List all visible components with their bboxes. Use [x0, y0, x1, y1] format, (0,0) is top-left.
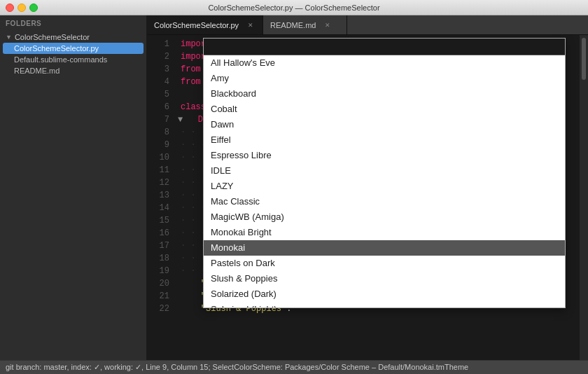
- ln-20: 20: [147, 277, 169, 290]
- tab-readme[interactable]: README.md ✕: [263, 15, 347, 34]
- dropdown-item-12[interactable]: Monokai: [204, 240, 565, 256]
- minimize-button[interactable]: [18, 4, 26, 12]
- folder-arrow-icon: ▼: [6, 34, 12, 41]
- dropdown-search-input[interactable]: [208, 41, 561, 51]
- tab-label-1: README.md: [270, 21, 316, 29]
- tab-bar: ColorSchemeSelector.py ✕ README.md ✕: [147, 15, 588, 35]
- dropdown-item-2[interactable]: Blackboard: [204, 86, 565, 102]
- ln-13: 13: [147, 189, 169, 202]
- dropdown-search-bar[interactable]: [204, 39, 565, 55]
- ln-21: 21: [147, 290, 169, 303]
- window-title: ColorSchemeSelector.py — ColorSchemeSele…: [208, 4, 379, 12]
- tab-colorscheme-py[interactable]: ColorSchemeSelector.py ✕: [147, 15, 263, 34]
- ln-2: 2: [147, 50, 169, 63]
- dropdown-item-14[interactable]: Slush & Poppies: [204, 271, 565, 286]
- tab-close-0[interactable]: ✕: [246, 20, 255, 30]
- status-text: git branch: master, index: ✓, working: ✓…: [6, 363, 468, 372]
- ln-9: 9: [147, 139, 169, 151]
- dropdown-item-4[interactable]: Dawn: [204, 117, 565, 132]
- dropdown-item-6[interactable]: Espresso Libre: [204, 148, 565, 163]
- dropdown-item-5[interactable]: Eiffel: [204, 132, 565, 148]
- line-numbers: 1 2 3 4 5 6 7 8 9 10 11 12 13 14 15 16 1…: [147, 35, 175, 360]
- ln-5: 5: [147, 88, 169, 101]
- title-bar: ColorSchemeSelector.py — ColorSchemeSele…: [0, 0, 588, 15]
- sidebar-folders-header: FOLDERS: [0, 15, 146, 32]
- ln-8: 8: [147, 126, 169, 139]
- dropdown-item-9[interactable]: Mac Classic: [204, 194, 565, 209]
- ln-12: 12: [147, 176, 169, 189]
- ln-14: 14: [147, 202, 169, 214]
- dropdown-item-3[interactable]: Cobalt: [204, 102, 565, 117]
- dropdown-item-10[interactable]: MagicWB (Amiga): [204, 209, 565, 225]
- ln-11: 11: [147, 164, 169, 176]
- main-layout: FOLDERS ▼ ColorSchemeSelector ColorSchem…: [0, 15, 588, 360]
- code-area[interactable]: import s import c from gl... from ra... …: [175, 35, 580, 360]
- dropdown-item-13[interactable]: Pastels on Dark: [204, 256, 565, 271]
- close-button[interactable]: [6, 4, 14, 12]
- dropdown-item-7[interactable]: IDLE: [204, 163, 565, 179]
- ln-3: 3: [147, 63, 169, 76]
- dropdown-item-1[interactable]: Amy: [204, 71, 565, 86]
- tab-close-1[interactable]: ✕: [323, 20, 332, 30]
- sidebar-item-default-commands[interactable]: Default.sublime-commands: [0, 54, 146, 65]
- ln-10: 10: [147, 151, 169, 164]
- dropdown-item-15[interactable]: Solarized (Dark): [204, 286, 565, 302]
- ln-15: 15: [147, 214, 169, 227]
- tab-label-0: ColorSchemeSelector.py: [154, 21, 239, 29]
- sidebar-root-folder: ▼ ColorSchemeSelector: [0, 32, 146, 43]
- ln-17: 17: [147, 240, 169, 252]
- ln-6: 6: [147, 101, 169, 113]
- dropdown-item-0[interactable]: All Hallow's Eve: [204, 55, 565, 71]
- folder-name: ColorSchemeSelector: [15, 33, 90, 41]
- window-controls[interactable]: [6, 4, 38, 12]
- sidebar-item-readme[interactable]: README.md: [0, 65, 146, 76]
- sidebar-item-colorscheme-py[interactable]: ColorSchemeSelector.py: [3, 43, 144, 54]
- ln-4: 4: [147, 76, 169, 88]
- ln-1: 1: [147, 38, 169, 50]
- dropdown-list[interactable]: All Hallow's EveAmyBlackboardCobaltDawnE…: [204, 55, 565, 307]
- ln-22: 22: [147, 303, 169, 315]
- dropdown-item-11[interactable]: Monokai Bright: [204, 225, 565, 240]
- editor-content: 1 2 3 4 5 6 7 8 9 10 11 12 13 14 15 16 1…: [147, 35, 588, 360]
- dropdown-item-8[interactable]: LAZY: [204, 179, 565, 194]
- ln-18: 18: [147, 252, 169, 265]
- scrollbar-thumb[interactable]: [582, 38, 586, 80]
- ln-16: 16: [147, 227, 169, 240]
- sidebar: FOLDERS ▼ ColorSchemeSelector ColorSchem…: [0, 15, 147, 360]
- editor-area: ColorSchemeSelector.py ✕ README.md ✕ 1 2…: [147, 15, 588, 360]
- status-bar: git branch: master, index: ✓, working: ✓…: [0, 360, 588, 374]
- dropdown-item-16[interactable]: Solarized (Light): [204, 302, 565, 307]
- ln-19: 19: [147, 265, 169, 277]
- dropdown-container[interactable]: All Hallow's EveAmyBlackboardCobaltDawnE…: [203, 38, 566, 308]
- ln-7: 7: [147, 113, 169, 126]
- maximize-button[interactable]: [29, 4, 38, 12]
- editor-scrollbar[interactable]: [580, 35, 588, 360]
